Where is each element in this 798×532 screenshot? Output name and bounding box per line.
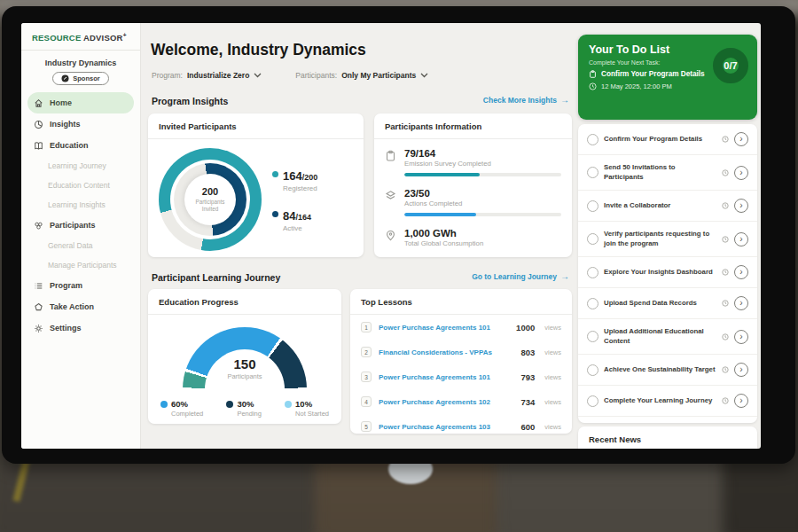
invited-donut-chart: 200 Participants Invited bbox=[159, 148, 262, 251]
monitor-bezel: RESOURCE ADVISOR+ Industry Dynamics Spon… bbox=[2, 6, 795, 464]
todo-panel: Your To Do List Complete Your Next Task:… bbox=[578, 23, 761, 449]
sidebar-item-learning-journey[interactable]: Learning Journey bbox=[21, 156, 140, 176]
task-row[interactable]: Verify participants requesting to join t… bbox=[578, 222, 757, 257]
clipboard-icon bbox=[589, 70, 597, 78]
sidebar-item-education[interactable]: Education bbox=[21, 135, 140, 156]
task-checkbox[interactable] bbox=[587, 134, 598, 145]
task-clock-icon bbox=[722, 236, 729, 243]
layers-icon bbox=[385, 190, 396, 201]
task-clock-icon bbox=[722, 366, 729, 373]
sidebar-item-general-data[interactable]: General Data bbox=[21, 236, 140, 255]
task-row[interactable]: Achieve One Sustainability Target › bbox=[578, 355, 757, 386]
lesson-link[interactable]: Power Purchase Agreements 101 bbox=[379, 373, 513, 381]
task-checkbox[interactable] bbox=[587, 331, 598, 342]
task-clock-icon bbox=[722, 300, 729, 307]
lesson-link[interactable]: Power Purchase Agreements 102 bbox=[379, 398, 513, 406]
clipboard-icon bbox=[385, 150, 396, 161]
task-go-button[interactable]: › bbox=[734, 232, 748, 246]
legend-active: 84/164 Active bbox=[272, 207, 317, 232]
sidebar-item-education-content[interactable]: Education Content bbox=[21, 176, 140, 195]
sidebar: RESOURCE ADVISOR+ Industry Dynamics Spon… bbox=[21, 23, 141, 449]
todo-tasks-card: Confirm Your Program Details › Send 50 I… bbox=[578, 124, 757, 423]
task-row[interactable]: Invite a Collaborator › bbox=[578, 191, 757, 222]
org-name: Industry Dynamics bbox=[21, 59, 140, 67]
recent-news-title: Recent News bbox=[578, 426, 757, 449]
section-program-insights: Program Insights bbox=[152, 96, 228, 106]
sidebar-item-insights[interactable]: Insights bbox=[21, 113, 140, 135]
legend-dot-navy bbox=[226, 401, 233, 408]
app-logo: RESOURCE ADVISOR+ bbox=[21, 23, 140, 43]
stage: RESOURCE ADVISOR+ Industry Dynamics Spon… bbox=[0, 0, 798, 532]
lesson-row: 1 Power Purchase Agreements 101 1000view… bbox=[350, 315, 572, 340]
task-checkbox[interactable] bbox=[587, 298, 598, 309]
task-checkbox[interactable] bbox=[587, 364, 598, 376]
task-row[interactable]: Confirm Your Program Details › bbox=[578, 124, 757, 155]
task-go-button[interactable]: › bbox=[734, 330, 748, 344]
card-title: Invited Participants bbox=[148, 113, 364, 139]
lesson-link[interactable]: Power Purchase Agreements 103 bbox=[379, 423, 513, 431]
sidebar-item-learning-insights[interactable]: Learning Insights bbox=[21, 195, 140, 215]
task-checkbox[interactable] bbox=[587, 233, 598, 245]
task-checkbox[interactable] bbox=[587, 267, 598, 278]
task-clock-icon bbox=[722, 136, 729, 143]
card-title: Top Lessons bbox=[350, 289, 572, 315]
stat-global-consumption: 1,000 GWh Total Global Consumption bbox=[385, 228, 561, 247]
progress-bar bbox=[404, 173, 561, 176]
pin-icon bbox=[385, 230, 396, 241]
gauge-center-value: 150 bbox=[183, 356, 307, 372]
lesson-row: 2 Financial Considerations - VPPAs 803vi… bbox=[350, 340, 572, 364]
legend-pending: 30%Pending bbox=[226, 399, 262, 418]
sidebar-item-home[interactable]: Home bbox=[27, 92, 134, 113]
task-go-button[interactable]: › bbox=[734, 132, 748, 146]
sidebar-item-participants[interactable]: Participants bbox=[21, 215, 140, 236]
top-lessons-card: Top Lessons 1 Power Purchase Agreements … bbox=[350, 289, 572, 434]
task-clock-icon bbox=[722, 202, 729, 209]
task-checkbox[interactable] bbox=[587, 200, 598, 212]
task-checkbox[interactable] bbox=[587, 167, 598, 178]
task-go-button[interactable]: › bbox=[734, 199, 748, 213]
screen: RESOURCE ADVISOR+ Industry Dynamics Spon… bbox=[21, 23, 761, 449]
sidebar-item-program[interactable]: Program bbox=[21, 275, 140, 296]
task-row[interactable]: Upload Spend Data Records › bbox=[578, 288, 757, 319]
todo-due-date: 12 May 2025, 12:00 PM bbox=[601, 82, 672, 90]
sponsor-icon bbox=[61, 74, 69, 82]
legend-registered: 164/200 Registered bbox=[272, 168, 317, 192]
legend-dot-blue bbox=[160, 401, 168, 408]
chevron-down-icon bbox=[420, 73, 428, 78]
recent-news-card: Recent News bbox=[578, 426, 757, 449]
task-row[interactable]: Complete Your Learning Journey › bbox=[578, 386, 757, 417]
sidebar-item-manage-participants[interactable]: Manage Participants bbox=[21, 255, 140, 275]
donut-center-label: Participants Invited bbox=[191, 199, 230, 213]
check-more-insights-link[interactable]: Check More Insights→ bbox=[483, 95, 569, 105]
participants-dropdown[interactable]: Participants: Only My Participants bbox=[295, 71, 428, 80]
lesson-link[interactable]: Financial Considerations - VPPAs bbox=[379, 348, 513, 356]
task-go-button[interactable]: › bbox=[734, 166, 748, 180]
task-row[interactable]: Send 50 Invitations to Participants › bbox=[578, 155, 757, 191]
lesson-link[interactable]: Power Purchase Agreements 101 bbox=[379, 324, 509, 332]
card-title: Participants Information bbox=[374, 113, 572, 139]
task-go-button[interactable]: › bbox=[734, 296, 748, 310]
legend-not-started: 10%Not Started bbox=[285, 399, 329, 418]
task-clock-icon bbox=[722, 169, 729, 176]
task-go-button[interactable]: › bbox=[734, 394, 748, 408]
task-row[interactable]: Explore Your Insights Dashboard › bbox=[578, 257, 757, 288]
task-go-button[interactable]: › bbox=[734, 265, 748, 279]
arrow-right-icon: → bbox=[560, 95, 569, 105]
go-to-learning-journey-link[interactable]: Go to Learning Journey→ bbox=[472, 271, 569, 281]
sidebar-item-settings[interactable]: Settings bbox=[21, 317, 140, 339]
task-clock-icon bbox=[722, 333, 729, 340]
list-icon bbox=[34, 281, 43, 291]
legend-dot-lightblue bbox=[285, 401, 292, 408]
book-icon bbox=[34, 141, 43, 151]
sidebar-item-take-action[interactable]: Take Action bbox=[21, 296, 140, 317]
card-title: Education Progress bbox=[148, 289, 341, 315]
program-dropdown[interactable]: Program: Industrialize Zero bbox=[152, 71, 262, 80]
collapse-tasks-link[interactable]: Collapse Tasks bbox=[578, 417, 757, 423]
task-row[interactable]: Upload Additional Educational Content › bbox=[578, 319, 757, 355]
task-checkbox[interactable] bbox=[587, 395, 598, 407]
participants-information-card: Participants Information 79/164 Emission… bbox=[374, 113, 572, 257]
todo-summary-card: Your To Do List Complete Your Next Task:… bbox=[578, 35, 757, 120]
stat-actions-completed: 23/50 Actions Completed bbox=[385, 188, 561, 216]
task-go-button[interactable]: › bbox=[734, 363, 748, 377]
main-content: Welcome, Industry Dynamics Program: Indu… bbox=[141, 23, 578, 449]
